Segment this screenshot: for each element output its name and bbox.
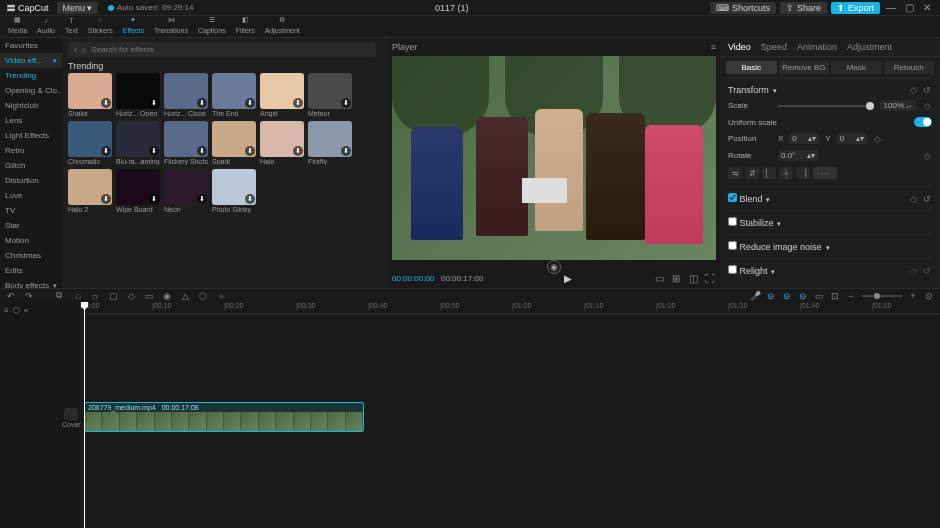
uniform-scale-toggle[interactable] (914, 117, 932, 127)
scale-slider[interactable] (778, 105, 874, 107)
snap-button[interactable]: ⊡ (830, 291, 840, 301)
category-favorites[interactable]: Favorites (0, 38, 62, 53)
effect-meteor[interactable]: ⬇Meteor (308, 73, 352, 117)
crop2-button[interactable]: ⟐ (216, 291, 226, 301)
player-menu-icon[interactable]: ≡ (711, 42, 716, 52)
effect-shake[interactable]: ⬇Shake (68, 73, 112, 117)
export-button[interactable]: ⬆ Export (831, 2, 880, 14)
download-icon[interactable]: ⬇ (101, 146, 111, 156)
ratio-icon[interactable]: ⊞ (670, 272, 682, 284)
keyframe-icon[interactable]: ◇ (908, 85, 918, 95)
download-icon[interactable]: ⬇ (149, 146, 159, 156)
category-lens[interactable]: Lens (0, 113, 62, 128)
redo-button[interactable]: ↷ (24, 291, 34, 301)
compare-icon[interactable]: ◫ (687, 272, 699, 284)
quality-icon[interactable]: ▭ (653, 272, 665, 284)
link3-button[interactable]: ⊖ (798, 291, 808, 301)
effect-flickery-shots[interactable]: ⬇Flickery Shots (164, 121, 208, 165)
reverse-button[interactable]: ⬡ (198, 291, 208, 301)
category-love[interactable]: Love (0, 188, 62, 203)
stabilize-checkbox[interactable] (728, 217, 737, 226)
effect-halo-[interactable]: ⬇Halo 2 (68, 169, 112, 213)
trim-left-button[interactable]: ⟤ (72, 291, 82, 301)
props-subtab-retouch[interactable]: Retouch (884, 61, 935, 74)
cover-button[interactable]: Cover (62, 408, 81, 428)
play-button[interactable]: ▶ (564, 273, 572, 284)
category-distortion[interactable]: Distortion (0, 173, 62, 188)
align-left-icon[interactable]: ▏ (762, 167, 776, 179)
effect-neon[interactable]: ⬇Neon (164, 169, 208, 213)
collapse-icon[interactable]: « (24, 306, 28, 315)
keyframe-icon[interactable]: ◇ (908, 194, 918, 204)
category-nightclub[interactable]: Nightclub (0, 98, 62, 113)
position-y-input[interactable]: 0▴▾ (837, 133, 867, 144)
reduce-noise-checkbox[interactable] (728, 241, 737, 250)
shortcuts-button[interactable]: ⌨ Shortcuts (710, 2, 776, 14)
download-icon[interactable]: ⬇ (293, 146, 303, 156)
props-subtab-basic[interactable]: Basic (726, 61, 777, 74)
mirror-h-icon[interactable]: ⇋ (728, 167, 742, 179)
download-icon[interactable]: ⬇ (197, 98, 207, 108)
effect-blu-ra-aming[interactable]: ⬇Blu-ra...aming (116, 121, 160, 165)
trim-right-button[interactable]: ⟥ (90, 291, 100, 301)
blend-checkbox[interactable] (728, 193, 737, 202)
mirror-v-icon[interactable]: ⇵ (745, 167, 759, 179)
keyframe-icon[interactable]: ◇ (922, 101, 932, 111)
link2-button[interactable]: ⊖ (782, 291, 792, 301)
zoom-in-button[interactable]: + (908, 291, 918, 301)
crop-button[interactable]: ◇ (126, 291, 136, 301)
download-icon[interactable]: ⬇ (149, 194, 159, 204)
download-icon[interactable]: ⬇ (197, 194, 207, 204)
relight-checkbox[interactable] (728, 265, 737, 274)
close-button[interactable]: ✕ (920, 1, 934, 15)
toolbar-transitions[interactable]: ⋈Transitions (150, 13, 192, 35)
download-icon[interactable]: ⬇ (245, 194, 255, 204)
reset-icon[interactable]: ↺ (922, 266, 932, 276)
effect-horiz-close[interactable]: ⬇Horiz... Close (164, 73, 208, 117)
search-input[interactable] (91, 45, 369, 54)
props-tab-adjustment[interactable]: Adjustment (847, 42, 892, 52)
position-x-input[interactable]: 0▴▾ (789, 133, 819, 144)
mic-button[interactable]: 🎤 (750, 291, 760, 301)
toolbar-audio[interactable]: ♪Audio (33, 13, 59, 35)
minimize-button[interactable]: — (884, 1, 898, 15)
effect-spark[interactable]: ⬇Spark (212, 121, 256, 165)
playhead[interactable] (84, 302, 85, 528)
props-tab-speed[interactable]: Speed (761, 42, 787, 52)
zoom-out-button[interactable]: − (846, 291, 856, 301)
transform-section-toggle[interactable]: Transform ▾ ◇ ↺ (728, 83, 932, 97)
align-more-button[interactable]: ⋯ (813, 167, 837, 179)
category-motion[interactable]: Motion (0, 233, 62, 248)
category-body-effects[interactable]: Body effects▾ (0, 278, 62, 288)
toolbar-filters[interactable]: ◧Filters (232, 13, 259, 35)
effect-angel[interactable]: ⬇Angel (260, 73, 304, 117)
keyframe-icon[interactable]: ◇ (873, 134, 883, 144)
fullscreen-icon[interactable]: ⛶ (704, 272, 716, 284)
player-viewport[interactable]: ◉ (392, 56, 716, 260)
relight-section-toggle[interactable]: Relight ▾ ◇↺ (728, 263, 932, 278)
download-icon[interactable]: ⬇ (341, 98, 351, 108)
preview-button[interactable]: ▭ (814, 291, 824, 301)
category-video-eff-[interactable]: Video eff...▾ (0, 53, 62, 68)
props-subtab-mask[interactable]: Mask (831, 61, 882, 74)
category-star[interactable]: Star (0, 218, 62, 233)
menu-button[interactable]: Menu ▾ (57, 2, 99, 14)
lock-icon[interactable]: ⬡ (13, 306, 20, 315)
align-right-icon[interactable]: ▕ (796, 167, 810, 179)
effect-firefly[interactable]: ⬇Firefly (308, 121, 352, 165)
blend-section-toggle[interactable]: Blend ▾ ◇↺ (728, 191, 932, 206)
reduce-noise-section-toggle[interactable]: Reduce image noise ▾ (728, 239, 932, 254)
download-icon[interactable]: ⬇ (293, 98, 303, 108)
category-christmas[interactable]: Christmas (0, 248, 62, 263)
freeze-button[interactable]: △ (180, 291, 190, 301)
toolbar-stickers[interactable]: ☆Stickers (84, 13, 117, 35)
effect-the-end[interactable]: ⬇The End (212, 73, 256, 117)
split-button[interactable]: ⧉ (54, 291, 64, 301)
undo-button[interactable]: ↶ (6, 291, 16, 301)
link1-button[interactable]: ⊖ (766, 291, 776, 301)
mirror-button[interactable]: ▭ (144, 291, 154, 301)
timeline-tracks[interactable]: |00:00|00:10|00:20|00:30|00:40|00:50|01:… (80, 302, 940, 528)
effect-horiz-open[interactable]: ⬇Horiz... Open (116, 73, 160, 117)
props-tab-animation[interactable]: Animation (797, 42, 837, 52)
maximize-button[interactable]: ▢ (902, 1, 916, 15)
